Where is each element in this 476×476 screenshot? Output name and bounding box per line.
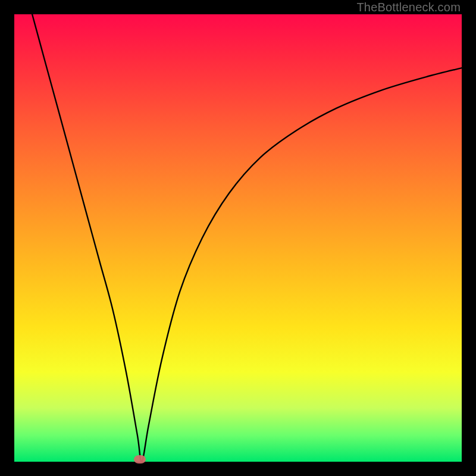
plot-area bbox=[14, 14, 462, 462]
watermark-text: TheBottleneck.com bbox=[356, 1, 461, 14]
chart-frame: TheBottleneck.com bbox=[0, 0, 476, 476]
optimum-marker bbox=[134, 455, 146, 464]
bottleneck-curve bbox=[14, 14, 462, 462]
